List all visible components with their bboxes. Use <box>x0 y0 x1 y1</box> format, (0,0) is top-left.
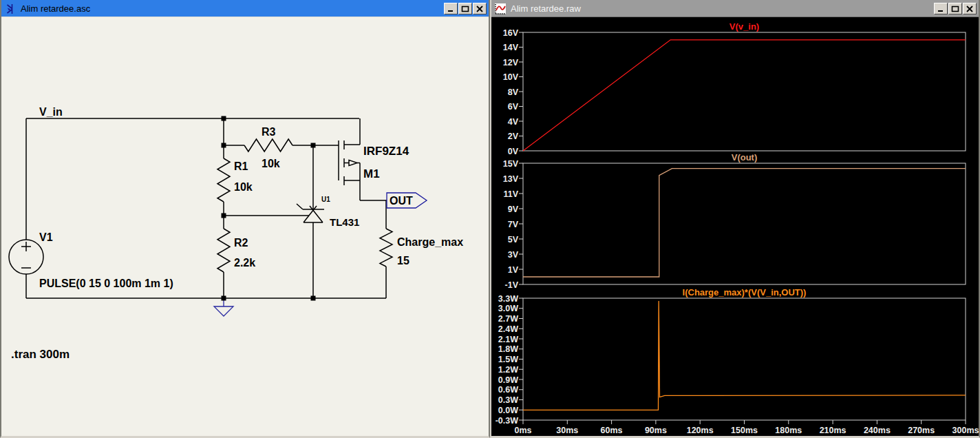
close-icon <box>476 6 484 12</box>
schematic-canvas[interactable]: V_in R3 10k R1 10k R2 2.2k V1 PULSE(0 15… <box>1 18 489 434</box>
net-label-vin[interactable]: V_in <box>39 106 63 118</box>
tl431-symbol[interactable] <box>297 204 324 222</box>
y-tick-label: 2.4W <box>498 324 518 334</box>
spice-directive[interactable]: .tran 300m <box>11 348 70 361</box>
maximize-button[interactable] <box>458 3 472 14</box>
plot-pane-border <box>523 32 966 151</box>
waveform-plot-area: V(v_in)16V14V12V10V8V6V4V2V0VV(out)15V13… <box>491 18 980 436</box>
label-r3-name[interactable]: R3 <box>262 126 276 138</box>
plot-pane-border <box>523 163 966 284</box>
close-button[interactable] <box>963 3 977 14</box>
maximize-icon <box>951 6 959 12</box>
plot-pane-border <box>523 298 966 420</box>
x-tick-label: 30ms <box>556 426 578 435</box>
wire[interactable] <box>224 118 386 298</box>
y-tick-label: 2.1W <box>498 335 518 344</box>
y-tick-label: 1.2W <box>498 365 518 375</box>
schematic-titlebar[interactable]: Alim retardee.asc <box>1 0 489 17</box>
y-tick-label: 4V <box>508 117 519 127</box>
y-tick-label: 2V <box>508 132 519 141</box>
y-tick-label: 11V <box>503 189 518 199</box>
x-tick-label: 270ms <box>908 426 935 435</box>
resistor-r1[interactable] <box>217 158 230 202</box>
label-u1-part[interactable]: TL431 <box>330 216 359 228</box>
minimize-icon <box>447 6 455 12</box>
y-tick-label: 0.9W <box>498 375 518 385</box>
y-tick-label: 0.0W <box>498 406 518 415</box>
resistor-r3[interactable] <box>244 139 292 152</box>
resistor-r2[interactable] <box>217 229 230 272</box>
y-tick-label: 3V <box>508 250 519 260</box>
ground-symbol[interactable] <box>214 298 233 316</box>
label-m1-name[interactable]: M1 <box>363 167 380 180</box>
y-tick-label: 3.0W <box>498 304 518 313</box>
x-tick-label: 90ms <box>645 426 667 435</box>
y-tick-label: 0.3W <box>498 395 518 405</box>
label-r2-value[interactable]: 2.2k <box>234 257 255 269</box>
maximize-button[interactable] <box>948 3 962 14</box>
y-tick-label: 1.5W <box>498 355 518 364</box>
label-load-value[interactable]: 15 <box>397 255 409 267</box>
net-label-out[interactable]: OUT <box>390 195 413 207</box>
y-tick-label: 0.6W <box>498 385 518 395</box>
x-tick-label: 150ms <box>731 426 758 435</box>
waveform-window-title: Alim retardee.raw <box>511 3 581 14</box>
trace-2[interactable] <box>523 169 966 277</box>
minimize-button[interactable] <box>934 3 948 14</box>
x-tick-label: 300ms <box>952 426 979 435</box>
minimize-icon <box>937 6 945 12</box>
ltspice-app: Alim retardee.asc <box>0 0 980 438</box>
x-tick-label: 0ms <box>514 426 531 435</box>
label-v1-value[interactable]: PULSE(0 15 0 100m 1m 1) <box>39 278 173 289</box>
label-r2-name[interactable]: R2 <box>234 237 248 249</box>
y-tick-label: 0V <box>508 147 519 156</box>
x-tick-label: 60ms <box>601 426 623 435</box>
trace-1[interactable] <box>523 40 966 151</box>
waveform-titlebar[interactable]: Alim retardee.raw <box>491 0 979 17</box>
x-tick-label: 180ms <box>775 426 802 435</box>
x-tick-label: 240ms <box>864 426 891 435</box>
label-r1-name[interactable]: R1 <box>234 160 248 172</box>
y-tick-label: 12V <box>503 58 519 67</box>
y-tick-label: 1.8W <box>498 344 518 354</box>
trace-title[interactable]: I(Charge_max)*(V(V_in,OUT)) <box>683 287 807 298</box>
schematic-window-title: Alim retardee.asc <box>21 3 90 14</box>
schematic-drawing: V_in R3 10k R1 10k R2 2.2k V1 PULSE(0 15… <box>1 18 489 436</box>
y-tick-label: 9V <box>508 205 519 214</box>
resistor-charge-max[interactable] <box>380 229 392 267</box>
voltage-source-v1[interactable] <box>9 240 43 274</box>
schematic-window: Alim retardee.asc <box>0 0 490 438</box>
label-u1-name[interactable]: U1 <box>321 196 330 203</box>
y-tick-label: 10V <box>503 72 519 82</box>
trace-3[interactable] <box>523 301 966 410</box>
minimize-button[interactable] <box>444 3 458 14</box>
y-tick-label: -1V <box>505 280 519 290</box>
y-tick-label: 6V <box>508 102 519 112</box>
x-tick-label: 120ms <box>687 426 714 435</box>
trace-title[interactable]: V(out) <box>732 152 758 163</box>
y-tick-label: 13V <box>503 174 519 184</box>
waveform-window: Alim retardee.raw V(v_in)16V14V12V10V8V6… <box>490 0 980 438</box>
y-tick-label: 2.7W <box>498 314 518 324</box>
y-tick-label: 16V <box>503 28 519 38</box>
y-tick-label: 1V <box>508 265 519 275</box>
close-button[interactable] <box>473 3 487 14</box>
label-r3-value[interactable]: 10k <box>262 158 280 169</box>
maximize-icon <box>461 6 469 12</box>
close-icon <box>966 6 974 12</box>
y-tick-label: 7V <box>508 220 519 229</box>
label-load-name[interactable]: Charge_max <box>397 236 463 248</box>
label-v1-name[interactable]: V1 <box>39 231 53 243</box>
trace-title[interactable]: V(v_in) <box>729 21 759 32</box>
pmos-m1[interactable] <box>339 118 387 200</box>
waveform-canvas[interactable]: V(v_in)16V14V12V10V8V6V4V2V0VV(out)15V13… <box>491 18 979 434</box>
x-tick-label: 210ms <box>820 426 846 435</box>
waveform-icon <box>494 3 507 14</box>
schematic-component-icon <box>4 2 17 14</box>
label-r1-value[interactable]: 10k <box>234 181 253 193</box>
y-tick-label: 3.3W <box>498 294 518 304</box>
label-m1-part[interactable]: IRF9Z14 <box>363 145 409 158</box>
y-tick-label: -0.3W <box>496 416 519 426</box>
y-tick-label: 8V <box>508 87 519 97</box>
y-tick-label: 15V <box>503 159 519 169</box>
